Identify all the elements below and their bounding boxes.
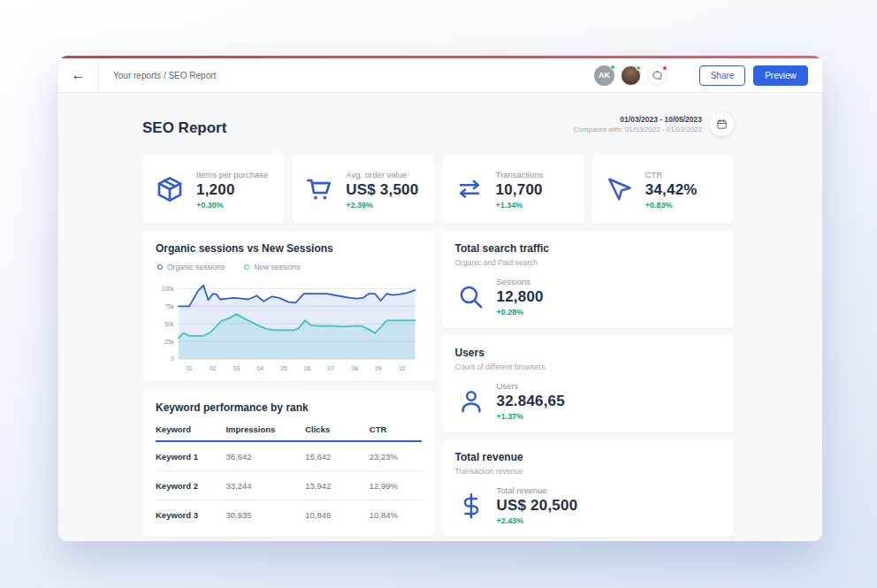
online-status-dot bbox=[610, 65, 615, 70]
transfer-arrows-icon bbox=[456, 176, 483, 202]
cell-ctr: 10,84% bbox=[370, 510, 422, 520]
kpi-card-items-per-purchase[interactable]: Items per purchase 1,200 +0.30% bbox=[142, 155, 285, 224]
cell-impressions: 33,244 bbox=[225, 481, 305, 491]
svg-text:05: 05 bbox=[280, 365, 287, 371]
user-icon bbox=[458, 388, 484, 415]
dollar-icon bbox=[458, 493, 484, 519]
title-row: SEO Report 01/03/2023 - 10/05/2023 Compa… bbox=[142, 112, 734, 137]
svg-text:08: 08 bbox=[352, 365, 359, 371]
svg-text:0: 0 bbox=[171, 355, 174, 362]
cell-keyword: Keyword 1 bbox=[156, 452, 225, 462]
kpi-label: Items per purchase bbox=[196, 170, 268, 179]
breadcrumb: Your reports / SEO Report bbox=[113, 71, 216, 80]
metric-label: Users bbox=[497, 381, 565, 391]
user-avatar-photo[interactable] bbox=[621, 65, 641, 86]
page-title: SEO Report bbox=[142, 119, 226, 137]
calendar-button[interactable] bbox=[710, 112, 734, 136]
metric-title: Users bbox=[455, 347, 721, 359]
metric-subtitle: Count of different browsers bbox=[455, 363, 721, 371]
kpi-value: 34,42% bbox=[645, 181, 698, 199]
kpi-label: Transactions bbox=[496, 170, 544, 179]
users-card[interactable]: Users Count of different browsers Users … bbox=[442, 335, 735, 432]
svg-text:02: 02 bbox=[210, 365, 217, 371]
kpi-card-ctr[interactable]: CTR 34,42% +0.83% bbox=[591, 155, 734, 224]
svg-text:10: 10 bbox=[399, 365, 406, 371]
col-header-keyword: Keyword bbox=[156, 424, 225, 434]
calendar-icon bbox=[716, 118, 728, 130]
total-search-traffic-card[interactable]: Total search traffic Organic and Paid se… bbox=[442, 231, 735, 328]
search-icon bbox=[458, 284, 484, 310]
cell-impressions: 30,935 bbox=[225, 510, 305, 520]
metric-value: 32.846,65 bbox=[497, 393, 565, 410]
kpi-label: CTR bbox=[645, 170, 698, 179]
online-status-dot bbox=[636, 65, 641, 71]
cell-ctr: 23,23% bbox=[370, 452, 422, 462]
kpi-delta: +0.30% bbox=[196, 201, 268, 210]
total-revenue-card[interactable]: Total revenue Transaction revenue Total … bbox=[442, 439, 735, 537]
back-arrow-icon: ← bbox=[72, 67, 86, 83]
kpi-value: 1,200 bbox=[196, 181, 268, 199]
package-icon bbox=[156, 175, 184, 203]
comments-button[interactable] bbox=[647, 65, 667, 86]
cell-keyword: Keyword 2 bbox=[156, 481, 225, 491]
metric-subtitle: Transaction revenue bbox=[455, 467, 721, 476]
table-row[interactable]: Keyword 2 33,244 13,942 12,99% bbox=[156, 471, 422, 500]
cell-clicks: 10,846 bbox=[305, 510, 370, 520]
kpi-card-avg-order-value[interactable]: Avg. order value US$ 3,500 +2.39% bbox=[292, 155, 434, 224]
svg-text:01: 01 bbox=[186, 365, 193, 371]
cell-ctr: 12,99% bbox=[370, 481, 422, 491]
col-header-ctr: CTR bbox=[370, 424, 422, 434]
cell-keyword: Keyword 3 bbox=[156, 510, 225, 520]
report-content: SEO Report 01/03/2023 - 10/05/2023 Compa… bbox=[58, 93, 822, 541]
kpi-value: 10,700 bbox=[496, 181, 544, 199]
kpi-delta: +1.34% bbox=[496, 201, 544, 210]
metric-title: Total search traffic bbox=[455, 242, 721, 255]
svg-text:09: 09 bbox=[375, 365, 382, 371]
user-avatar-ak[interactable]: AK bbox=[594, 65, 614, 86]
metric-value: 12,800 bbox=[497, 288, 544, 306]
col-header-impressions: Impressions bbox=[225, 424, 305, 434]
date-compared-with: Compared with: 01/03/2022 - 01/03/2022 bbox=[574, 126, 702, 134]
kpi-label: Avg. order value bbox=[346, 170, 418, 179]
notification-dot bbox=[662, 65, 667, 71]
cart-icon bbox=[305, 175, 333, 203]
kpi-delta: +2.39% bbox=[346, 201, 418, 210]
svg-text:04: 04 bbox=[257, 365, 264, 371]
svg-text:06: 06 bbox=[304, 365, 311, 371]
cell-impressions: 36,642 bbox=[225, 452, 305, 462]
back-button[interactable]: ← bbox=[58, 58, 99, 92]
report-window: ← Your reports / SEO Report AK Share Pre… bbox=[58, 56, 822, 541]
avatar-initials: AK bbox=[599, 71, 610, 80]
legend-label: Organic sessions bbox=[167, 263, 225, 271]
sessions-chart[interactable]: 025k50k75k100k01020304050607080910 bbox=[156, 273, 422, 374]
share-button[interactable]: Share bbox=[699, 65, 745, 86]
svg-text:100k: 100k bbox=[161, 286, 174, 292]
legend-label: New sessions bbox=[254, 263, 300, 271]
svg-text:50k: 50k bbox=[164, 321, 174, 327]
kpi-row: Items per purchase 1,200 +0.30% Avg. ord… bbox=[142, 155, 734, 224]
legend-item-new[interactable]: New sessions bbox=[244, 263, 300, 271]
date-range-block: 01/03/2023 - 10/05/2023 Compared with: 0… bbox=[574, 112, 734, 136]
svg-text:75k: 75k bbox=[164, 303, 174, 309]
date-range-text: 01/03/2023 - 10/05/2023 Compared with: 0… bbox=[574, 115, 702, 134]
metric-delta: +1.37% bbox=[497, 412, 565, 421]
sessions-chart-card: Organic sessions vs New Sessions Organic… bbox=[142, 231, 435, 381]
metric-subtitle: Organic and Paid search bbox=[455, 258, 721, 267]
chat-bubble-icon bbox=[652, 70, 663, 81]
legend-item-organic[interactable]: Organic sessions bbox=[157, 263, 225, 271]
main-grid: Organic sessions vs New Sessions Organic… bbox=[142, 231, 734, 537]
cell-clicks: 15,642 bbox=[305, 452, 370, 462]
chart-legend: Organic sessions New sessions bbox=[157, 263, 422, 271]
keyword-table: Keyword Impressions Clicks CTR Keyword 1… bbox=[156, 424, 422, 530]
preview-button[interactable]: Preview bbox=[753, 65, 808, 86]
kpi-delta: +0.83% bbox=[645, 201, 698, 210]
chart-title: Organic sessions vs New Sessions bbox=[156, 242, 422, 255]
table-row[interactable]: Keyword 1 36,642 15,642 23,23% bbox=[156, 442, 422, 471]
table-body: Keyword 1 36,642 15,642 23,23% Keyword 2… bbox=[156, 442, 422, 530]
col-header-clicks: Clicks bbox=[305, 424, 370, 434]
svg-text:07: 07 bbox=[328, 365, 335, 371]
metric-label: Total revenue bbox=[497, 485, 578, 495]
table-row[interactable]: Keyword 3 30,935 10,846 10,84% bbox=[156, 500, 422, 530]
topbar-actions: AK Share Preview bbox=[588, 65, 822, 86]
kpi-card-transactions[interactable]: Transactions 10,700 +1.34% bbox=[442, 155, 584, 224]
